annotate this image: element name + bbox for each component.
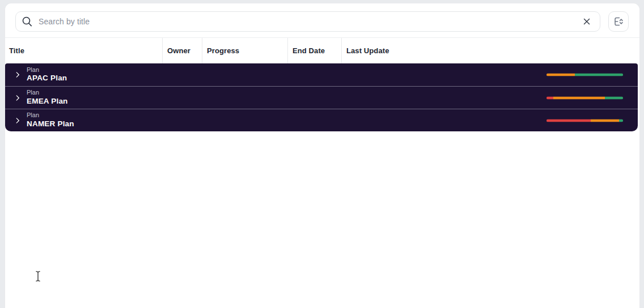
row-text-block: Plan NAMER Plan — [27, 112, 74, 129]
chevron-right-icon — [14, 71, 22, 79]
progress-segment-green — [605, 96, 623, 99]
search-placeholder: Search by title — [39, 17, 581, 26]
progress-bar — [546, 119, 623, 122]
table-row-emea-plan[interactable]: Plan EMEA Plan — [5, 86, 638, 109]
chevron-right-icon — [14, 94, 22, 102]
search-input[interactable]: Search by title — [15, 11, 600, 32]
column-header-last-update[interactable]: Last Update — [341, 38, 639, 63]
progress-segment-orange — [591, 119, 619, 122]
expand-collapse-all-button[interactable] — [608, 11, 629, 32]
search-icon — [22, 16, 33, 27]
row-title: NAMER Plan — [27, 119, 74, 129]
progress-segment-red — [546, 96, 553, 99]
search-toolbar: Search by title — [5, 3, 639, 37]
row-title: APAC Plan — [27, 74, 67, 83]
plan-rows: Plan APAC Plan Plan EMEA Plan — [5, 63, 638, 131]
progress-segment-orange — [553, 96, 604, 99]
progress-segment-orange — [546, 74, 575, 76]
row-title: EMEA Plan — [27, 97, 68, 106]
progress-bar — [546, 96, 623, 99]
column-header-end-date[interactable]: End Date — [287, 38, 341, 63]
expand-row-button[interactable] — [11, 114, 24, 127]
progress-segment-green — [575, 74, 623, 76]
table-row-apac-plan[interactable]: Plan APAC Plan — [5, 63, 638, 86]
column-header-progress[interactable]: Progress — [202, 38, 287, 63]
table-row-namer-plan[interactable]: Plan NAMER Plan — [5, 109, 638, 131]
progress-segment-red — [546, 119, 591, 122]
row-type-label: Plan — [27, 66, 67, 74]
chevron-right-icon — [14, 117, 22, 125]
column-header-title[interactable]: Title — [5, 38, 162, 63]
expand-row-button[interactable] — [11, 91, 24, 105]
column-header-owner[interactable]: Owner — [162, 38, 202, 63]
expand-collapse-rows-icon — [612, 15, 625, 28]
clear-search-button[interactable] — [581, 15, 593, 28]
row-type-label: Plan — [27, 89, 68, 97]
row-text-block: Plan EMEA Plan — [27, 89, 68, 106]
row-text-block: Plan APAC Plan — [27, 66, 67, 84]
table-header: Title Owner Progress End Date Last Updat… — [5, 38, 639, 63]
expand-row-button[interactable] — [11, 68, 24, 82]
progress-bar — [546, 74, 623, 76]
row-type-label: Plan — [27, 112, 74, 119]
close-icon — [582, 17, 591, 26]
app-window: Search by title — [5, 3, 640, 308]
progress-segment-green — [619, 119, 623, 122]
